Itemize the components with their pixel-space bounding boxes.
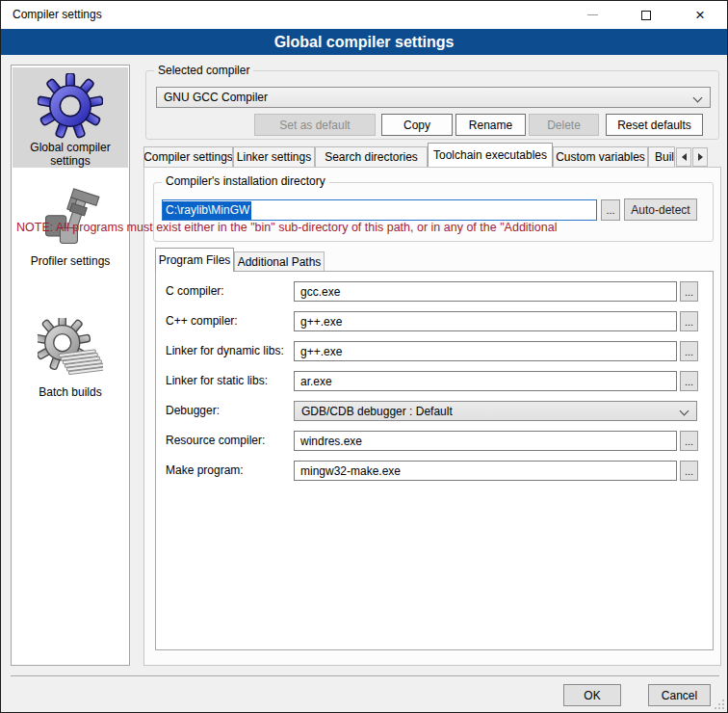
gear-blue-icon [38,73,103,139]
arrow-left-icon [682,153,687,161]
installation-directory-browse-button[interactable]: ... [601,199,620,221]
debugger-value: GDB/CDB debugger : Default [301,405,453,418]
tab-toolchain-executables[interactable]: Toolchain executables [428,143,553,167]
sidebar-item-global-compiler-settings[interactable]: Global compiler settings [13,67,128,168]
titlebar: Compiler settings × [1,1,727,29]
tab-scroll-right-button[interactable] [692,147,708,167]
chevron-down-icon [680,407,689,416]
minimize-button[interactable] [565,1,619,29]
compiler-select[interactable]: GNU GCC Compiler [156,87,711,108]
delete-button: Delete [529,114,599,136]
chevron-down-icon [693,93,703,103]
debugger-select[interactable]: GDB/CDB debugger : Default [294,401,697,421]
c-compiler-input[interactable]: g++.exe [294,311,677,331]
resize-grip-icon[interactable] [715,700,724,709]
resource-compiler-label: Resource compiler: [166,434,265,447]
copy-button[interactable]: Copy [381,114,453,136]
close-icon: × [695,7,705,23]
dialog-banner: Global compiler settings [1,29,727,55]
tab-search-directories[interactable]: Search directories [315,146,428,167]
arrow-right-icon [698,153,703,161]
sidebar-item-label: Profiler settings [13,254,128,268]
close-button[interactable]: × [673,1,727,29]
rename-button[interactable]: Rename [455,114,526,136]
subtab-additional-paths[interactable]: Additional Paths [234,251,325,272]
linker-for-dynamic-libs-browse-button[interactable]: ... [680,341,698,361]
installation-directory-group-label: Compiler's installation directory [162,174,329,188]
linker-for-static-libs-input[interactable]: ar.exe [294,371,677,391]
resource-compiler-input[interactable]: windres.exe [294,431,677,451]
c-compiler-input[interactable]: gcc.exe [294,281,677,302]
settings-tabstrip: Compiler settingsLinker settingsSearch d… [143,145,708,167]
tab-linker-settings[interactable]: Linker settings [233,146,315,167]
c-compiler-value: g++.exe [300,315,342,329]
window-title: Compiler settings [13,8,102,21]
selected-compiler-group-label: Selected compiler [154,64,253,77]
tab-build-options[interactable]: Build options [648,146,675,167]
set-as-default-button: Set as default [254,114,376,136]
tab-compiler-settings[interactable]: Compiler settings [143,146,233,167]
program-files-page: C compiler:gcc.exe...C++ compiler:g++.ex… [155,271,714,650]
make-program-label: Make program: [166,463,244,477]
auto-detect-button[interactable]: Auto-detect [624,198,697,221]
maximize-icon [641,11,651,20]
window-controls: × [565,1,727,29]
sidebar-item-label: Batch builds [13,385,128,399]
tab-custom-variables[interactable]: Custom variables [553,146,648,167]
footer-separator [11,675,719,676]
make-program-input[interactable]: mingw32-make.exe [294,461,677,481]
debugger-label: Debugger: [166,404,220,417]
compiler-select-value: GNU GCC Compiler [164,91,268,104]
tab-scroll-left-button[interactable] [676,147,691,167]
compiler-settings-window: Compiler settings × Global compiler sett… [0,0,728,713]
minimize-icon [587,14,598,15]
resource-compiler-browse-button[interactable]: ... [680,431,698,451]
reset-defaults-button[interactable]: Reset defaults [606,114,703,136]
sidebar-item-label: Global compiler settings [13,141,128,168]
linker-for-dynamic-libs-input[interactable]: g++.exe [294,341,677,361]
program-files-tabstrip: Program FilesAdditional Paths [155,249,325,272]
linker-for-dynamic-libs-label: Linker for dynamic libs: [166,344,284,357]
make-program-value: mingw32-make.exe [300,464,401,478]
selected-compiler-group: Selected compiler GNU GCC Compiler Set a… [145,70,719,140]
bin-subdirectory-note: NOTE: All programs must exist either in … [16,221,715,234]
installation-directory-input[interactable]: C:\raylib\MinGW [162,199,597,221]
category-list: Global compiler settings Profiler settin… [11,65,130,666]
banner-title: Global compiler settings [274,34,455,51]
ok-button[interactable]: OK [563,684,621,706]
caliper-icon [38,187,103,252]
make-program-browse-button[interactable]: ... [680,461,698,481]
gear-stack-icon [38,318,103,383]
cancel-button[interactable]: Cancel [648,684,711,706]
linker-for-static-libs-browse-button[interactable]: ... [680,371,698,391]
c-compiler-browse-button[interactable]: ... [680,311,698,331]
resource-compiler-value: windres.exe [300,435,362,448]
linker-for-static-libs-label: Linker for static libs: [166,374,268,387]
c-compiler-label: C++ compiler: [166,314,238,328]
c-compiler-label: C compiler: [166,284,224,298]
c-compiler-value: gcc.exe [300,285,340,299]
linker-for-dynamic-libs-value: g++.exe [300,345,342,358]
maximize-button[interactable] [619,1,673,29]
installation-directory-value: C:\raylib\MinGW [163,201,251,220]
subtab-program-files[interactable]: Program Files [155,248,234,272]
sidebar-item-batch-builds[interactable]: Batch builds [13,312,128,399]
linker-for-static-libs-value: ar.exe [300,375,332,388]
c-compiler-browse-button[interactable]: ... [680,281,698,302]
